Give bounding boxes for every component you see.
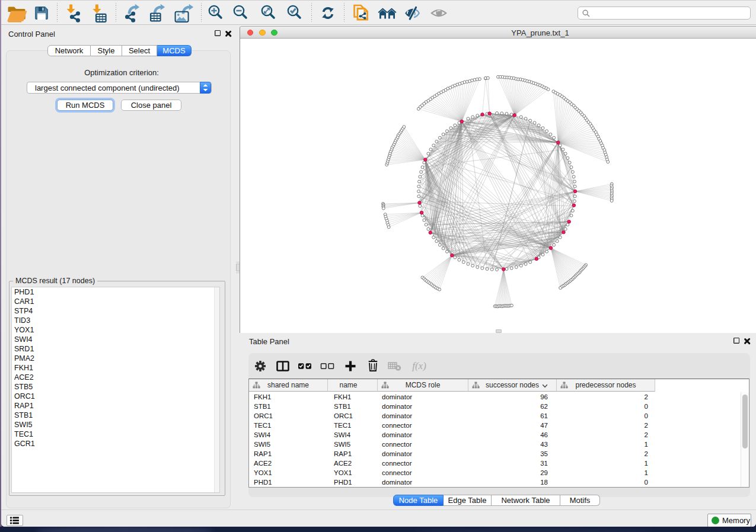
close-panel-icon[interactable]: [744, 338, 750, 344]
gear-icon[interactable]: [251, 357, 269, 375]
result-list-item[interactable]: PMA2: [12, 354, 219, 363]
network-canvas[interactable]: [240, 39, 756, 333]
result-list-item[interactable]: TEC1: [12, 430, 219, 439]
export-image-icon[interactable]: [172, 2, 194, 24]
deselect-all-checkboxes-icon[interactable]: [318, 357, 336, 375]
zoom-fit-icon[interactable]: [259, 3, 279, 23]
split-columns-icon[interactable]: [274, 357, 292, 375]
column-header-predecessor-nodes[interactable]: predecessor nodes: [557, 379, 655, 392]
cell-name: FKH1: [334, 393, 351, 400]
function-builder-icon: f(x): [407, 357, 431, 375]
table-row[interactable]: PHD1PHD1dominator180: [249, 478, 740, 488]
traffic-close-button[interactable]: [247, 30, 254, 36]
traffic-minimize-button[interactable]: [259, 30, 266, 36]
tab-network[interactable]: Network: [47, 45, 91, 56]
result-list-item[interactable]: FKH1: [12, 363, 219, 373]
cell-successor-nodes: 46: [540, 431, 548, 438]
close-panel-icon[interactable]: [225, 30, 231, 37]
table-row[interactable]: ACE2ACE2connector311: [249, 459, 740, 469]
clone-network-icon[interactable]: [351, 3, 371, 23]
tab-motifs[interactable]: Motifs: [560, 495, 600, 506]
result-list-item[interactable]: SWI5: [12, 420, 219, 430]
column-header-name[interactable]: name: [328, 379, 378, 392]
run-mcds-button[interactable]: Run MCDS: [57, 100, 113, 111]
node-table: shared namenameMCDS rolesuccessor nodesp…: [248, 379, 749, 488]
tab-edge-table[interactable]: Edge Table: [444, 495, 492, 506]
cell-predecessor-nodes: 1: [645, 441, 648, 448]
table-scrollbar[interactable]: [741, 392, 749, 487]
import-network-icon[interactable]: [60, 2, 82, 24]
table-panel-tabs: Node Table Edge Table Network Table Moti…: [393, 495, 600, 506]
table-row[interactable]: YOX1YOX1connector291: [249, 469, 740, 478]
column-header-MCDS-role[interactable]: MCDS role: [378, 379, 468, 392]
float-window-icon[interactable]: [733, 338, 739, 344]
add-column-icon[interactable]: [342, 357, 359, 375]
save-icon[interactable]: [31, 3, 52, 23]
result-list-item[interactable]: GCR1: [12, 439, 219, 448]
search-field[interactable]: [578, 7, 751, 20]
traffic-zoom-button[interactable]: [271, 30, 277, 36]
tab-network-table[interactable]: Network Table: [492, 495, 560, 506]
result-list-item[interactable]: ACE2: [12, 373, 219, 382]
cell-mcds-role: dominator: [382, 393, 412, 400]
refresh-layout-icon[interactable]: [318, 3, 338, 23]
memory-button[interactable]: Memory: [707, 514, 751, 527]
cell-successor-nodes: 61: [540, 412, 548, 419]
main-toolbar: [1, 1, 756, 25]
network-list-button[interactable]: [7, 515, 23, 526]
export-network-icon[interactable]: [120, 2, 142, 24]
export-table-icon[interactable]: [146, 2, 167, 24]
result-list-item[interactable]: YOX1: [12, 325, 219, 335]
result-list-item[interactable]: TID3: [12, 316, 219, 325]
result-list-item[interactable]: SRD1: [12, 344, 219, 354]
cell-shared-name: FKH1: [254, 393, 271, 400]
result-list-item[interactable]: CAR1: [12, 297, 219, 306]
search-input[interactable]: [592, 9, 750, 17]
table-row[interactable]: STB1STB1dominator620: [249, 402, 740, 411]
table-scrollbar-thumb[interactable]: [742, 395, 748, 448]
cell-successor-nodes: 43: [540, 441, 548, 448]
criterion-dropdown[interactable]: largest connected component (undirected): [27, 82, 212, 94]
table-row[interactable]: SWI5SWI5connector431: [249, 440, 740, 450]
close-panel-button[interactable]: Close panel: [121, 100, 181, 111]
table-row[interactable]: FKH1FKH1dominator962: [249, 392, 740, 402]
import-table-icon[interactable]: [87, 2, 109, 24]
table-row[interactable]: ORC1ORC1dominator610: [249, 411, 740, 421]
result-list-item[interactable]: RAP1: [12, 401, 219, 411]
cell-name: SWI4: [334, 431, 350, 438]
zoom-in-icon[interactable]: [206, 3, 227, 23]
result-list-item[interactable]: STB5: [12, 382, 219, 392]
tab-node-table[interactable]: Node Table: [393, 495, 444, 506]
delete-column-icon[interactable]: [364, 357, 382, 375]
float-window-icon[interactable]: [215, 30, 221, 36]
select-all-checkboxes-icon[interactable]: [296, 357, 314, 375]
result-list-item[interactable]: SWI4: [12, 335, 219, 344]
tab-style[interactable]: Style: [91, 45, 122, 56]
tab-select[interactable]: Select: [122, 45, 157, 56]
mcds-result-group: MCDS result (17 nodes) PHD1CAR1STP4TID3Y…: [9, 281, 225, 496]
result-list-item[interactable]: PHD1: [12, 287, 219, 297]
zoom-selected-icon[interactable]: [285, 3, 305, 23]
result-list-item[interactable]: ORC1: [12, 392, 219, 401]
table-row[interactable]: TEC1TEC1connector472: [249, 421, 740, 430]
tab-mcds[interactable]: MCDS: [157, 45, 192, 56]
open-folder-icon[interactable]: [7, 3, 27, 23]
result-list-item[interactable]: STB1: [12, 411, 219, 420]
cell-name: STB1: [334, 403, 351, 410]
network-window-titlebar[interactable]: YPA_prune.txt_1: [240, 27, 756, 39]
table-panel-body: f(x) shared namenameMCDS rolesuccessor n…: [248, 353, 750, 497]
horizontal-splitter-handle[interactable]: [496, 329, 502, 333]
show-all-eye-icon: [429, 3, 449, 23]
zoom-out-icon[interactable]: [231, 3, 251, 23]
result-list-scrollbar[interactable]: [214, 287, 219, 492]
cell-mcds-role: connector: [382, 460, 412, 467]
cell-name: YOX1: [334, 469, 352, 476]
mcds-result-list[interactable]: PHD1CAR1STP4TID3YOX1SWI4SRD1PMA2FKH1ACE2…: [11, 287, 220, 493]
first-neighbors-icon[interactable]: [377, 3, 397, 23]
column-header-shared-name[interactable]: shared name: [249, 379, 328, 392]
hide-selected-eye-icon[interactable]: [402, 3, 422, 23]
column-header-successor-nodes[interactable]: successor nodes: [468, 379, 557, 392]
table-row[interactable]: SWI4SWI4dominator462: [249, 430, 740, 440]
result-list-item[interactable]: STP4: [12, 306, 219, 316]
table-row[interactable]: RAP1RAP1dominator352: [249, 450, 740, 459]
